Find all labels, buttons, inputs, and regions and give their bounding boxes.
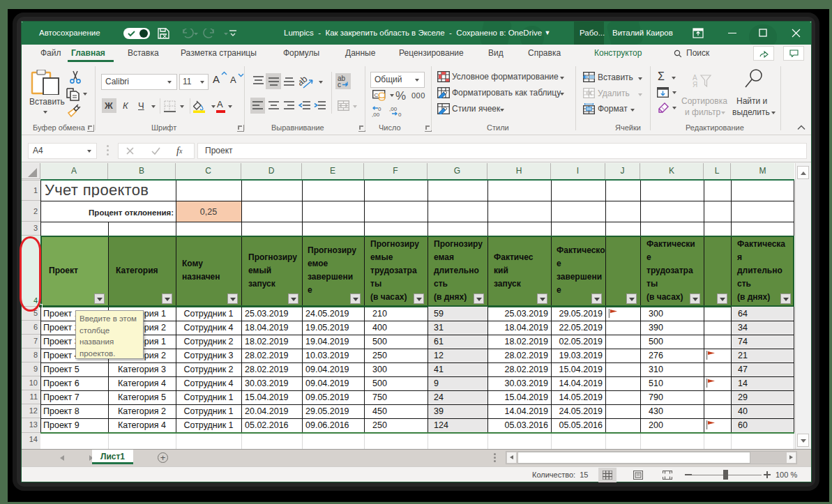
svg-text:,00: ,00 — [372, 112, 380, 117]
svg-text:0: 0 — [398, 112, 402, 117]
svg-text:ab: ab — [299, 75, 309, 88]
svg-text:c: c — [338, 81, 341, 88]
svg-text:,00: ,00 — [389, 106, 398, 112]
svg-text:Я: Я — [693, 81, 697, 88]
